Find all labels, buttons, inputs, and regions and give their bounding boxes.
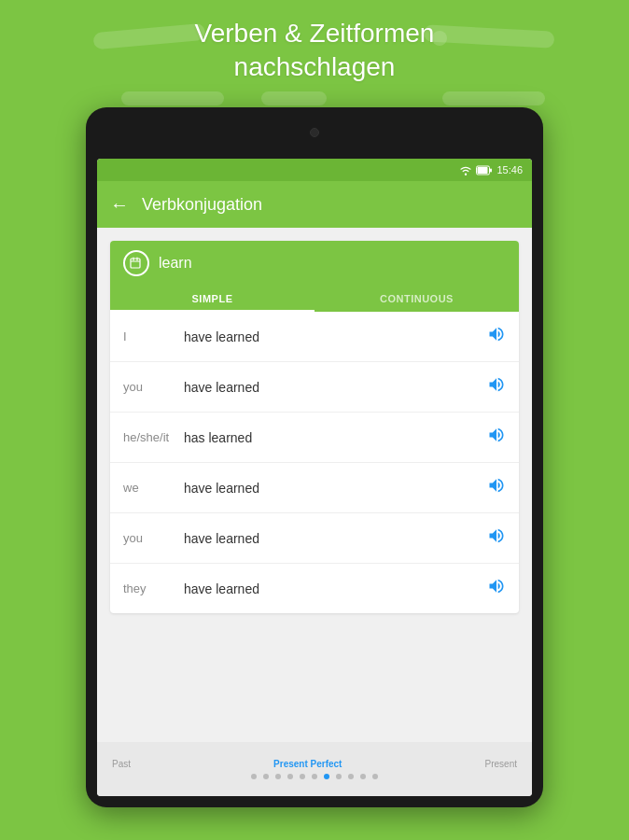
sound-button[interactable]	[487, 426, 506, 449]
wifi-icon	[459, 164, 472, 175]
status-icons: 15:46	[459, 164, 523, 175]
tense-dot[interactable]	[312, 774, 317, 779]
tab-continuous[interactable]: CONTINUOUS	[314, 286, 519, 312]
svg-rect-3	[131, 259, 140, 268]
header-line1: Verben & Zeitformen	[0, 17, 629, 50]
pronoun: you	[123, 531, 184, 545]
tense-present-perfect[interactable]: Present Perfect	[273, 759, 342, 769]
verb-card: learn SIMPLE CONTINUOUS I have learned	[110, 241, 519, 613]
tense-dot[interactable]	[324, 774, 329, 779]
tablet-frame: 15:46 ← Verbkonjugation	[86, 107, 543, 807]
tense-dot[interactable]	[336, 774, 342, 779]
verb-name: learn	[159, 255, 192, 272]
pronoun: I	[123, 329, 184, 343]
verb-header: learn	[110, 241, 519, 286]
conjugation-table: I have learned you have learned he/s	[110, 312, 519, 613]
tense-past[interactable]: Past	[112, 759, 131, 769]
tense-dot[interactable]	[360, 774, 366, 779]
svg-rect-1	[490, 168, 492, 172]
tense-dot[interactable]	[275, 774, 281, 779]
header-line2: nachschlagen	[0, 50, 629, 84]
pronoun: we	[123, 481, 184, 495]
tense-dot[interactable]	[372, 774, 378, 779]
status-bar: 15:46	[97, 159, 532, 181]
pronoun: they	[123, 581, 184, 595]
sound-button[interactable]	[487, 325, 506, 348]
tense-dot[interactable]	[300, 774, 305, 779]
camera	[310, 128, 319, 137]
tense-dot[interactable]	[287, 774, 293, 779]
conjugation: has learned	[184, 430, 487, 445]
time-display: 15:46	[496, 164, 523, 175]
app-title: Verbkonjugation	[142, 195, 262, 215]
sound-button[interactable]	[487, 375, 506, 399]
table-row: he/she/it has learned	[110, 413, 519, 463]
tense-dots	[251, 774, 378, 779]
conjugation: have learned	[184, 380, 487, 395]
back-button[interactable]: ←	[110, 194, 129, 216]
tense-labels: Past Present Perfect Present	[112, 759, 517, 769]
tab-simple[interactable]: SIMPLE	[110, 286, 314, 312]
conjugation: have learned	[184, 329, 487, 344]
tense-present[interactable]: Present	[485, 759, 517, 769]
tense-dot[interactable]	[263, 774, 269, 779]
tense-dot[interactable]	[251, 774, 257, 779]
verb-icon	[123, 250, 149, 276]
tense-dot[interactable]	[348, 774, 354, 779]
conjugation: have learned	[184, 581, 487, 596]
table-row: I have learned	[110, 312, 519, 362]
conjugation: have learned	[184, 531, 487, 546]
header-text: Verben & Zeitformen nachschlagen	[0, 17, 629, 85]
pronoun: he/she/it	[123, 430, 184, 444]
battery-icon	[476, 165, 493, 175]
tablet-screen: 15:46 ← Verbkonjugation	[97, 159, 532, 796]
sound-button[interactable]	[487, 577, 506, 600]
app-bar: ← Verbkonjugation	[97, 181, 532, 228]
table-row: we have learned	[110, 463, 519, 513]
content-area: learn SIMPLE CONTINUOUS I have learned	[97, 228, 532, 742]
tabs-bar: SIMPLE CONTINUOUS	[110, 286, 519, 312]
pronoun: you	[123, 380, 184, 394]
table-row: they have learned	[110, 564, 519, 613]
bottom-nav: Past Present Perfect Present	[97, 742, 532, 796]
conjugation: have learned	[184, 481, 487, 496]
svg-rect-2	[478, 167, 488, 174]
sound-button[interactable]	[487, 526, 506, 550]
table-row: you have learned	[110, 513, 519, 564]
sound-button[interactable]	[487, 476, 506, 499]
table-row: you have learned	[110, 362, 519, 413]
